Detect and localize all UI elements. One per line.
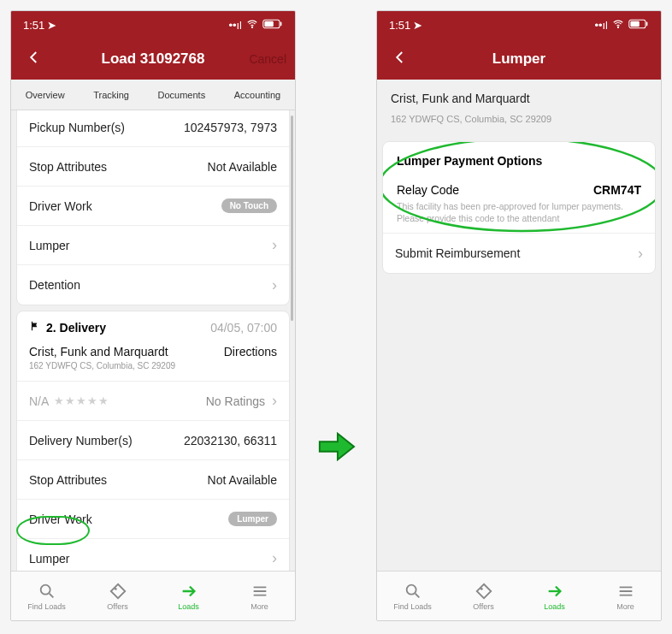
delivery-label: Delivery Number(s) — [29, 434, 133, 447]
stop2-attributes-row: Stop Attributes Not Available — [17, 460, 289, 500]
clock-text: 1:51 — [23, 19, 44, 32]
bottom-tab-bar: Find Loads Offers Loads More — [377, 571, 661, 620]
chevron-right-icon: › — [638, 245, 643, 263]
content-area: Crist, Funk and Marquardt 162 YDWFQ CS, … — [377, 80, 661, 571]
svg-point-4 — [40, 584, 50, 594]
tag-icon — [109, 582, 127, 601]
tab-offers[interactable]: Offers — [448, 572, 519, 620]
directions-button[interactable]: Directions — [224, 345, 277, 370]
stop1-lumper-label: Lumper — [29, 239, 69, 252]
phone-right: 1:51 ➤ ••ıl Lumper Crist, Funk and Marqu… — [376, 10, 662, 621]
status-bar: 1:51 ➤ ••ıl — [377, 11, 661, 39]
tag-icon — [475, 582, 493, 601]
svg-rect-3 — [264, 21, 273, 26]
tab-offers[interactable]: Offers — [82, 572, 153, 620]
relay-hint: This facility has been pre-approved for … — [397, 200, 641, 224]
nav-bar: Lumper — [377, 39, 661, 80]
stop1-driverwork-row: Driver Work No Touch — [17, 187, 289, 226]
phone-left: 1:51 ➤ ••ıl Load 31092768 Cancel Overvie… — [10, 10, 296, 621]
chevron-right-icon: › — [272, 549, 277, 567]
back-button[interactable] — [386, 44, 415, 74]
location-icon: ➤ — [413, 19, 422, 32]
signal-icon: ••ıl — [594, 19, 608, 32]
tab-find-loads[interactable]: Find Loads — [377, 572, 448, 620]
stop2-rating-row[interactable]: N/A ★★★★★ No Ratings › — [17, 382, 289, 421]
star-icons: ★★★★★ — [54, 394, 109, 407]
status-bar: 1:51 ➤ ••ıl — [11, 11, 295, 39]
tab-tracking[interactable]: Tracking — [88, 86, 134, 104]
tab-loads[interactable]: Loads — [519, 572, 590, 620]
back-button[interactable] — [20, 44, 49, 74]
search-icon — [404, 582, 422, 601]
svg-rect-2 — [280, 21, 282, 26]
menu-icon — [251, 582, 269, 601]
stop1-attributes-row: Stop Attributes Not Available — [17, 147, 289, 187]
scrollbar[interactable] — [291, 116, 293, 321]
lumper-header: Crist, Funk and Marquardt 162 YDWFQ CS, … — [377, 80, 661, 127]
bottom-tab-bar: Find Loads Offers Loads More — [11, 571, 295, 620]
tab-more-label: More — [251, 602, 268, 611]
rating-na: N/A — [29, 394, 49, 408]
relay-code-row[interactable]: Relay Code CRM74T This facility has been… — [383, 175, 655, 234]
battery-icon — [262, 19, 283, 32]
stop2-attr-value: Not Available — [208, 473, 277, 487]
tab-loads-label: Loads — [178, 602, 199, 611]
chevron-right-icon: › — [272, 236, 277, 254]
arrow-icon — [545, 582, 564, 601]
tab-find-loads[interactable]: Find Loads — [11, 572, 82, 620]
options-title: Lumper Payment Options — [383, 142, 655, 175]
delivery-value: 22032130, 66311 — [184, 434, 277, 447]
search-icon — [38, 582, 56, 601]
svg-point-0 — [251, 27, 252, 27]
lumper-address: 162 YDWFQ CS, Columbia, SC 29209 — [391, 114, 647, 124]
segment-tabs: Overview Tracking Documents Accounting — [11, 80, 295, 110]
location-icon: ➤ — [47, 19, 56, 32]
cancel-button[interactable]: Cancel — [249, 52, 286, 66]
stop2-address: 162 YDWFQ CS, Columbia, SC 29209 — [29, 361, 175, 370]
stop2-header: 2. Delivery 04/05, 07:00 — [17, 311, 289, 340]
stop2-heading: 2. Delivery — [46, 321, 106, 335]
tab-documents[interactable]: Documents — [153, 86, 211, 104]
tab-accounting[interactable]: Accounting — [229, 86, 286, 104]
stop2-lumper-row[interactable]: Lumper › — [17, 539, 289, 571]
wifi-icon — [246, 18, 258, 33]
stop1-detention-row[interactable]: Detention › — [17, 265, 289, 305]
stop2-driverwork-row: Driver Work Lumper — [17, 500, 289, 539]
stop2-driver-label: Driver Work — [29, 513, 92, 526]
content-scroll[interactable]: Pickup Number(s) 102457973, 7973 Stop At… — [11, 110, 295, 571]
svg-point-5 — [114, 587, 116, 590]
tab-loads-label: Loads — [544, 602, 565, 611]
submit-label: Submit Reimbursement — [395, 246, 520, 260]
menu-icon — [616, 582, 635, 601]
tab-find-label: Find Loads — [27, 602, 66, 611]
tab-offers-label: Offers — [107, 602, 127, 611]
stop2-lumper-label: Lumper — [29, 552, 69, 566]
nav-bar: Load 31092768 Cancel — [11, 39, 295, 80]
lumper-business: Crist, Funk and Marquardt — [391, 92, 647, 105]
lumper-badge: Lumper — [228, 512, 277, 526]
tab-more[interactable]: More — [590, 572, 661, 620]
stop2-address-row: Crist, Funk and Marquardt 162 YDWFQ CS, … — [17, 340, 289, 382]
svg-point-6 — [617, 27, 618, 27]
tab-more[interactable]: More — [224, 572, 295, 620]
clock-text: 1:51 — [389, 19, 410, 32]
stop2-datetime: 04/05, 07:00 — [210, 321, 277, 335]
chevron-right-icon: › — [272, 276, 277, 294]
payment-options-card: Lumper Payment Options Relay Code CRM74T… — [382, 141, 656, 274]
flag-icon — [29, 320, 41, 335]
stop2-business: Crist, Funk and Marquardt — [29, 345, 175, 358]
relay-code-value: CRM74T — [593, 183, 641, 197]
pickup-numbers-row: Pickup Number(s) 102457973, 7973 — [17, 110, 289, 147]
stop1-lumper-row[interactable]: Lumper › — [17, 226, 289, 265]
tab-loads[interactable]: Loads — [153, 572, 224, 620]
stop1-attr-value: Not Available — [208, 160, 277, 174]
page-title: Lumper — [377, 50, 661, 68]
submit-reimbursement-row[interactable]: Submit Reimbursement › — [383, 234, 655, 273]
tab-overview[interactable]: Overview — [21, 86, 70, 104]
stop2-attr-label: Stop Attributes — [29, 473, 107, 487]
svg-point-11 — [406, 584, 416, 594]
stop1-detention-label: Detention — [29, 278, 80, 292]
delivery-numbers-row: Delivery Number(s) 22032130, 66311 — [17, 421, 289, 460]
relay-label: Relay Code — [397, 183, 459, 197]
pickup-value: 102457973, 7973 — [184, 121, 277, 134]
